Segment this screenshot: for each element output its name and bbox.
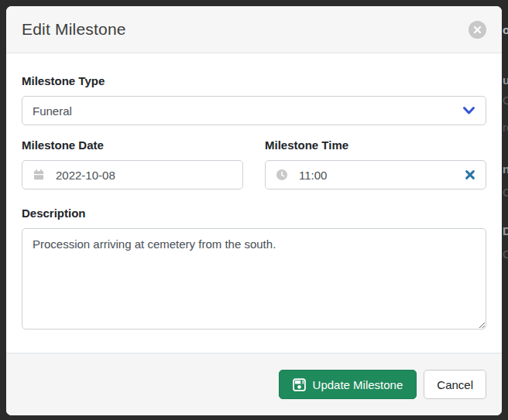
backdrop-text-fragment: C — [503, 94, 508, 106]
modal-body: Milestone Type Funeral Milestone Date — [6, 53, 502, 353]
edit-milestone-modal: Edit Milestone Milestone Type Funeral — [6, 6, 502, 415]
milestone-type-value: Funeral — [33, 104, 72, 118]
milestone-type-select[interactable]: Funeral — [22, 96, 486, 125]
milestone-date-input[interactable] — [22, 160, 243, 190]
calendar-icon — [33, 169, 45, 181]
cancel-button[interactable]: Cancel — [424, 370, 486, 399]
close-icon — [473, 26, 482, 34]
date-time-row: Milestone Date — [22, 138, 486, 190]
close-button[interactable] — [469, 21, 486, 39]
description-textarea[interactable]: Procession arriving at cemetery from the… — [22, 228, 486, 330]
modal-backdrop: o u C ro n C De C Edit Milestone Milesto… — [0, 0, 508, 420]
milestone-date-group: Milestone Date — [22, 138, 243, 190]
save-icon — [293, 378, 306, 391]
update-milestone-button[interactable]: Update Milestone — [279, 370, 417, 399]
milestone-time-field[interactable] — [299, 169, 460, 182]
backdrop-text-fragment: u — [503, 74, 508, 86]
milestone-date-label: Milestone Date — [22, 138, 243, 152]
modal-title: Edit Milestone — [22, 20, 126, 39]
chevron-down-icon — [462, 106, 475, 115]
milestone-type-label: Milestone Type — [22, 74, 486, 88]
description-group: Description Procession arriving at cemet… — [22, 207, 486, 333]
backdrop-text-fragment: ro — [503, 121, 508, 133]
clock-icon — [276, 169, 288, 181]
update-milestone-label: Update Milestone — [313, 378, 403, 391]
clear-time-button[interactable] — [465, 169, 475, 180]
backdrop-text-fragment: C — [503, 186, 508, 198]
milestone-time-group: Milestone Time — [265, 138, 486, 190]
backdrop-text-fragment: De — [503, 225, 508, 237]
clear-x-icon — [465, 169, 475, 180]
modal-footer: Update Milestone Cancel — [6, 353, 502, 415]
backdrop-text-fragment: o — [503, 24, 508, 36]
backdrop-text-fragment: n — [503, 163, 508, 175]
backdrop-text-fragment: C — [503, 248, 508, 260]
milestone-type-group: Milestone Type Funeral — [22, 74, 486, 125]
description-label: Description — [22, 207, 486, 220]
milestone-time-label: Milestone Time — [265, 138, 486, 152]
modal-header: Edit Milestone — [6, 6, 502, 53]
milestone-date-field[interactable] — [56, 169, 232, 182]
milestone-time-input[interactable] — [265, 160, 486, 190]
